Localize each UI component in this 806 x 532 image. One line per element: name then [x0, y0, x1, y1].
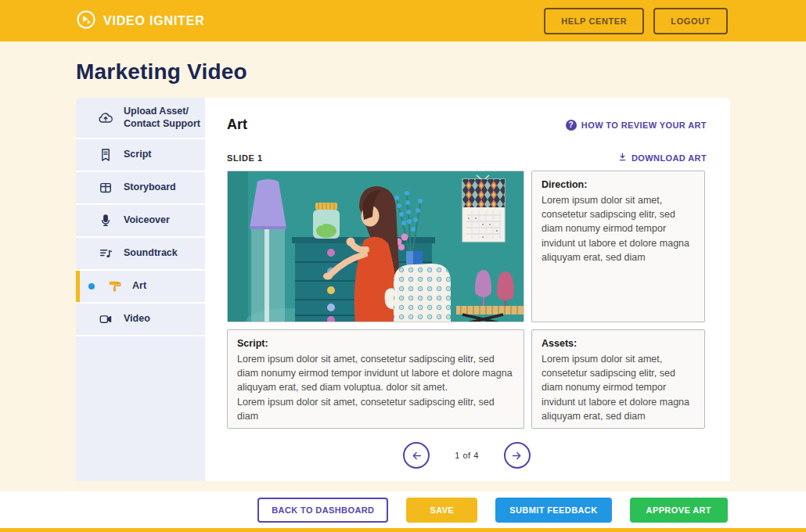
sidebar-item-art[interactable]: Art	[76, 271, 205, 304]
storyboard-grid-icon	[98, 180, 113, 196]
previous-slide-button[interactable]	[403, 442, 430, 469]
active-dot	[88, 283, 95, 289]
script-icon	[98, 147, 113, 163]
brand: VIDEO IGNITER	[76, 9, 205, 33]
sidebar-item-voiceover[interactable]: Voiceover	[76, 205, 205, 238]
soundtrack-playlist-icon	[98, 246, 113, 261]
video-igniter-logo-icon	[76, 9, 96, 33]
script-text-1: Lorem ipsum dolor sit amet, consetetur s…	[237, 352, 514, 394]
sidebar-item-label: Storyboard	[124, 182, 176, 194]
topbar-actions: HELP CENTER LOGOUT	[544, 8, 728, 34]
download-art-label: DOWNLOAD ART	[631, 153, 707, 163]
direction-box: Direction: Lorem ipsum dolor sit amet, c…	[531, 171, 705, 322]
slide-artwork	[227, 171, 524, 322]
brand-name: VIDEO IGNITER	[103, 14, 205, 28]
direction-text: Lorem ipsum dolor sit amet, consetetur s…	[542, 193, 695, 264]
back-to-dashboard-button[interactable]: BACK TO DASHBOARD	[257, 498, 388, 523]
sidebar-item-upload-asset[interactable]: Upload Asset/ Contact Support	[76, 98, 205, 139]
footer-yellow-strip	[0, 528, 806, 532]
slide-label: SLIDE 1	[227, 153, 263, 163]
script-title: Script:	[237, 336, 514, 350]
section-heading: Art	[227, 117, 247, 133]
assets-box: Assets: Lorem ipsum dolor sit amet, cons…	[531, 329, 705, 429]
sidebar-item-storyboard[interactable]: Storyboard	[76, 172, 205, 205]
art-review-card: Art ? HOW TO REVIEW YOUR ART SLIDE 1 DOW…	[205, 98, 730, 481]
question-mark-icon: ?	[566, 120, 577, 131]
how-to-review-link[interactable]: ? HOW TO REVIEW YOUR ART	[566, 120, 707, 131]
microphone-icon	[98, 213, 113, 228]
how-to-review-label: HOW TO REVIEW YOUR ART	[581, 120, 707, 130]
footer-action-bar: BACK TO DASHBOARD SAVE SUBMIT FEEDBACK A…	[0, 491, 806, 528]
sidebar-item-label: Soundtrack	[124, 247, 178, 260]
cloud-upload-icon	[98, 110, 113, 126]
arrow-left-icon	[410, 449, 423, 462]
assets-title: Assets:	[542, 336, 695, 350]
sidebar-item-video[interactable]: Video	[76, 304, 205, 336]
approve-art-button[interactable]: APPROVE ART	[630, 498, 728, 523]
sidebar-item-label: Upload Asset/ Contact Support	[124, 106, 200, 130]
next-slide-button[interactable]	[504, 442, 531, 469]
help-center-button[interactable]: HELP CENTER	[544, 8, 644, 34]
sidebar-item-label: Art	[132, 280, 146, 293]
submit-feedback-button[interactable]: SUBMIT FEEDBACK	[495, 498, 611, 523]
save-button[interactable]: SAVE	[406, 498, 477, 523]
page-title: Marketing Video	[76, 59, 806, 84]
direction-title: Direction:	[542, 178, 695, 192]
sidebar-item-soundtrack[interactable]: Soundtrack	[76, 238, 205, 271]
app-root: VIDEO IGNITER HELP CENTER LOGOUT Marketi…	[0, 0, 806, 532]
slide-pagination: 1 of 4	[227, 442, 707, 469]
sidebar-item-label: Script	[124, 149, 151, 161]
assets-text: Lorem ipsum dolor sit amet, consetetur s…	[542, 352, 695, 423]
download-icon	[617, 152, 628, 164]
video-camera-icon	[98, 311, 113, 327]
sidebar: Upload Asset/ Contact Support Script	[76, 98, 205, 481]
arrow-right-icon	[510, 449, 524, 462]
sidebar-item-label: Voiceover	[124, 214, 170, 227]
content-row: Upload Asset/ Contact Support Script	[76, 98, 730, 481]
download-art-link[interactable]: DOWNLOAD ART	[617, 152, 707, 164]
paint-roller-icon	[106, 279, 122, 294]
logout-button[interactable]: LOGOUT	[653, 8, 728, 34]
sidebar-item-label: Video	[124, 313, 150, 325]
sidebar-item-script[interactable]: Script	[76, 139, 205, 172]
topbar: VIDEO IGNITER HELP CENTER LOGOUT	[0, 0, 806, 41]
script-text-2: Lorem ipsum dolor sit amet, consetetur s…	[237, 395, 514, 423]
page-count: 1 of 4	[455, 451, 479, 460]
script-box: Script: Lorem ipsum dolor sit amet, cons…	[227, 329, 524, 429]
